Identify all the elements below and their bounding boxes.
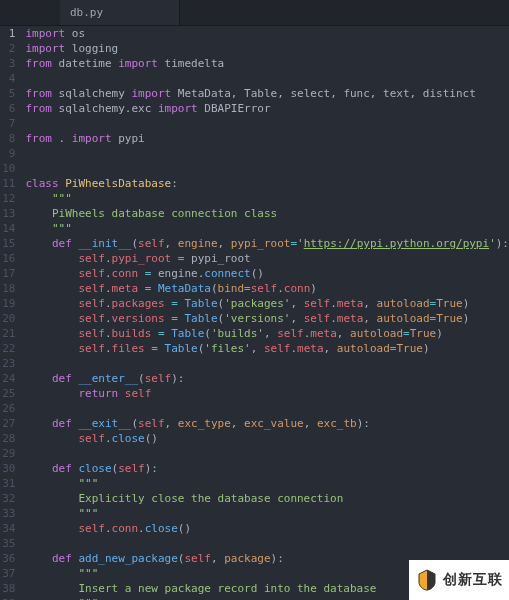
code-line: import logging: [25, 41, 509, 56]
code-line: [25, 536, 509, 551]
code-line: def __exit__(self, exc_type, exc_value, …: [25, 416, 509, 431]
line-number: 20: [0, 311, 15, 326]
code-line: self.versions = Table('versions', self.m…: [25, 311, 509, 326]
code-line: self.packages = Table('packages', self.m…: [25, 296, 509, 311]
line-number-gutter: 1234567891011121314151617181920212223242…: [0, 26, 21, 600]
line-number: 37: [0, 566, 15, 581]
code-line: def close(self):: [25, 461, 509, 476]
line-number: 16: [0, 251, 15, 266]
line-number: 7: [0, 116, 15, 131]
brand-logo: 创新互联: [409, 560, 509, 600]
code-line: [25, 161, 509, 176]
code-line: class PiWheelsDatabase:: [25, 176, 509, 191]
line-number: 9: [0, 146, 15, 161]
line-number: 27: [0, 416, 15, 431]
code-line: [25, 116, 509, 131]
code-line: PiWheels database connection class: [25, 206, 509, 221]
line-number: 19: [0, 296, 15, 311]
tab-spacer: [0, 0, 60, 25]
code-line: self.meta = MetaData(bind=self.conn): [25, 281, 509, 296]
line-number: 1: [0, 26, 15, 41]
line-number: 32: [0, 491, 15, 506]
tab-file[interactable]: db.py: [60, 0, 180, 25]
line-number: 15: [0, 236, 15, 251]
code-line: def __init__(self, engine, pypi_root='ht…: [25, 236, 509, 251]
code-line: [25, 356, 509, 371]
code-line: def __enter__(self):: [25, 371, 509, 386]
line-number: 33: [0, 506, 15, 521]
line-number: 17: [0, 266, 15, 281]
code-line: self.close(): [25, 431, 509, 446]
line-number: 8: [0, 131, 15, 146]
code-line: """: [25, 506, 509, 521]
code-line: self.pypi_root = pypi_root: [25, 251, 509, 266]
code-line: self.files = Table('files', self.meta, a…: [25, 341, 509, 356]
code-line: from sqlalchemy import MetaData, Table, …: [25, 86, 509, 101]
line-number: 5: [0, 86, 15, 101]
code-line: [25, 146, 509, 161]
line-number: 38: [0, 581, 15, 596]
line-number: 18: [0, 281, 15, 296]
line-number: 34: [0, 521, 15, 536]
line-number: 36: [0, 551, 15, 566]
line-number: 23: [0, 356, 15, 371]
code-line: from sqlalchemy.exc import DBAPIError: [25, 101, 509, 116]
code-line: [25, 401, 509, 416]
code-content[interactable]: import osimport loggingfrom datetime imp…: [21, 26, 509, 600]
line-number: 28: [0, 431, 15, 446]
code-line: """: [25, 221, 509, 236]
tab-filename: db.py: [70, 6, 103, 19]
line-number: 22: [0, 341, 15, 356]
code-line: from . import pypi: [25, 131, 509, 146]
line-number: 14: [0, 221, 15, 236]
line-number: 21: [0, 326, 15, 341]
line-number: 31: [0, 476, 15, 491]
line-number: 24: [0, 371, 15, 386]
line-number: 12: [0, 191, 15, 206]
code-line: import os: [25, 26, 509, 41]
line-number: 35: [0, 536, 15, 551]
line-number: 6: [0, 101, 15, 116]
code-line: from datetime import timedelta: [25, 56, 509, 71]
code-line: """: [25, 476, 509, 491]
line-number: 30: [0, 461, 15, 476]
code-line: return self: [25, 386, 509, 401]
logo-icon: [415, 568, 439, 592]
tab-bar: db.py: [0, 0, 509, 26]
logo-text: 创新互联: [443, 571, 503, 589]
line-number: 29: [0, 446, 15, 461]
line-number: 26: [0, 401, 15, 416]
editor-area: 1234567891011121314151617181920212223242…: [0, 26, 509, 600]
line-number: 11: [0, 176, 15, 191]
code-line: self.conn = engine.connect(): [25, 266, 509, 281]
code-line: """: [25, 191, 509, 206]
line-number: 39: [0, 596, 15, 600]
code-line: [25, 71, 509, 86]
code-line: self.builds = Table('builds', self.meta,…: [25, 326, 509, 341]
code-line: Explicitly close the database connection: [25, 491, 509, 506]
code-line: [25, 446, 509, 461]
line-number: 2: [0, 41, 15, 56]
line-number: 3: [0, 56, 15, 71]
code-line: self.conn.close(): [25, 521, 509, 536]
line-number: 10: [0, 161, 15, 176]
line-number: 13: [0, 206, 15, 221]
line-number: 4: [0, 71, 15, 86]
line-number: 25: [0, 386, 15, 401]
